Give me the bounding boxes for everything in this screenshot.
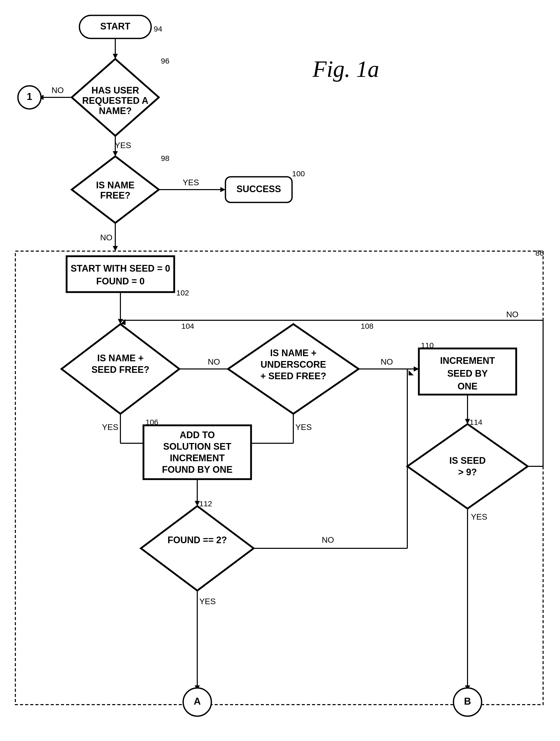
node106-label4: FOUND BY ONE	[162, 464, 232, 475]
diamond-104-label1: IS NAME +	[97, 353, 143, 363]
diamond-112-label1: FOUND == 2?	[167, 535, 227, 545]
diamond-96-label: HAS USER	[91, 85, 139, 95]
ref-106: 106	[145, 418, 158, 426]
node106-label2: SOLUTION SET	[163, 441, 231, 452]
node102-label1: START WITH SEED = 0	[71, 263, 170, 274]
ref-104: 104	[182, 322, 194, 330]
ref-112: 112	[199, 499, 212, 508]
diamond-98-label2: FREE?	[100, 190, 130, 201]
ref-108: 108	[361, 322, 373, 330]
diamond-114-label2: > 9?	[458, 467, 477, 477]
diagram-container: Fig. 1a START 94 HAS USER REQUESTED A NA…	[0, 0, 560, 741]
no-label-3: NO	[208, 357, 220, 366]
ref-94: 94	[154, 24, 162, 33]
yes-label-6: YES	[199, 597, 216, 606]
fig-title: Fig. 1a	[312, 56, 379, 82]
node110-label2: SEED BY	[447, 368, 488, 379]
diamond-108-label2: UNDERSCORE	[261, 359, 326, 370]
no-label-6: NO	[322, 535, 334, 544]
ref-86: 86	[536, 249, 544, 257]
diamond-114-label1: IS SEED	[449, 455, 486, 466]
yes-label-4: YES	[295, 422, 312, 432]
ref-114: 114	[470, 418, 482, 426]
diamond-98-label: IS NAME	[96, 180, 135, 190]
ref-98: 98	[161, 154, 169, 162]
yes-label-7: YES	[471, 512, 487, 522]
no-label-5: NO	[506, 310, 518, 319]
node110-label3: ONE	[458, 381, 478, 392]
diamond-108-label3: + SEED FREE?	[260, 371, 326, 381]
svg-marker-49	[409, 370, 414, 376]
node106-label1: ADD TO	[180, 430, 215, 440]
success-label: SUCCESS	[236, 184, 281, 194]
svg-marker-14	[113, 246, 118, 251]
flowchart-svg: Fig. 1a START 94 HAS USER REQUESTED A NA…	[0, 0, 560, 741]
connector-1: 1	[27, 91, 32, 102]
diamond-108-label1: IS NAME +	[270, 348, 317, 358]
no-label-2: NO	[100, 233, 113, 242]
connector-a: A	[194, 696, 201, 707]
ref-100: 100	[292, 170, 305, 178]
svg-rect-16	[67, 256, 174, 292]
ref-110: 110	[421, 341, 434, 349]
yes-label-3: YES	[102, 422, 118, 432]
ref-96: 96	[161, 57, 169, 65]
node102-label2: FOUND = 0	[96, 276, 144, 286]
yes-label-1: YES	[115, 141, 131, 150]
diamond-96-label3: NAME?	[99, 106, 132, 116]
yes-label-2: YES	[183, 178, 199, 187]
svg-marker-28	[407, 424, 528, 509]
no-label-1: NO	[52, 85, 64, 95]
no-label-4: NO	[381, 357, 393, 366]
connector-b: B	[464, 696, 471, 707]
node106-label3: INCREMENT	[170, 453, 225, 463]
start-label: START	[100, 21, 130, 31]
node110-label1: INCREMENT	[440, 355, 495, 366]
diamond-96-label2: REQUESTED A	[82, 95, 149, 106]
svg-marker-11	[220, 187, 225, 192]
diamond-104-label2: SEED FREE?	[91, 364, 149, 375]
svg-marker-46	[141, 506, 254, 591]
ref-102: 102	[176, 288, 189, 297]
